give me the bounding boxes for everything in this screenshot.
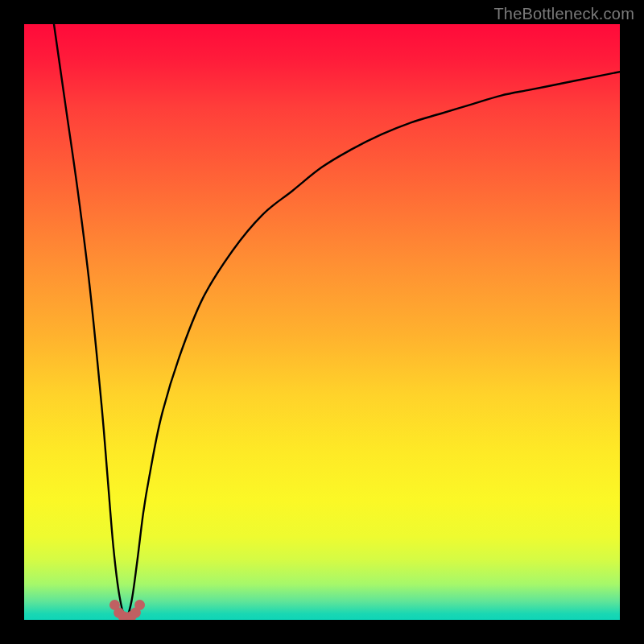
highlight-cluster — [109, 600, 145, 620]
marker-dot — [134, 600, 145, 610]
bottleneck-curve — [54, 24, 620, 617]
watermark-text: TheBottleneck.com — [493, 5, 634, 23]
curve-layer — [24, 24, 620, 620]
plot-area — [24, 24, 620, 620]
chart-frame: TheBottleneck.com — [0, 0, 644, 644]
